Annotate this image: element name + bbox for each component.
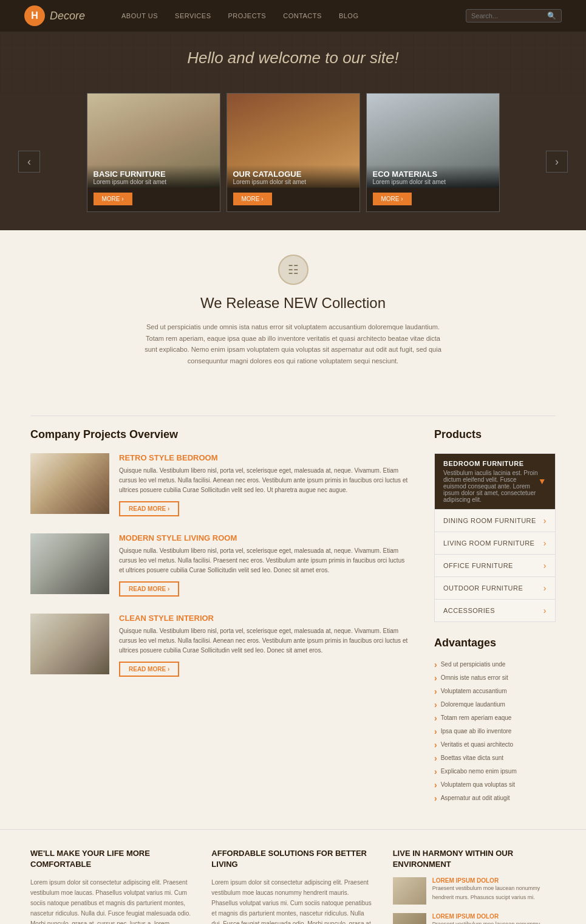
nav-contacts[interactable]: CONTACTS	[283, 12, 322, 19]
advantage-2: Voluptatem accusantium	[434, 685, 556, 698]
project-image-0	[30, 453, 109, 514]
live-link-1[interactable]: LOREM IPSUM DOLOR	[432, 913, 556, 920]
product-item-1[interactable]: DINING ROOM FURNITURE ›	[435, 510, 555, 532]
card-title-2: ECO MATERIALS	[373, 169, 493, 179]
bottom-section: WE'LL MAKE YOUR LIFE MORE COMFORTABLE Lo…	[0, 829, 586, 924]
project-info-2: CLEAN STYLE INTERIOR Quisque nulla. Vest…	[119, 614, 410, 677]
advantage-8: Explicabo nemo enim ipsum	[434, 765, 556, 778]
live-text-1: Praesent vestibulum moe laucean nonummy …	[432, 920, 556, 924]
search-icon: 🔍	[547, 12, 556, 20]
card-btn-2[interactable]: MORE ›	[373, 193, 412, 205]
advantage-4: Totam rem aperiam eaque	[434, 711, 556, 725]
live-link-0[interactable]: LOREM IPSUM DOLOR	[432, 877, 556, 884]
advantage-9: Voluptatem qua voluptas sit	[434, 778, 556, 792]
carousel-inner: BASIC FURNITURE Lorem ipsum dolor sit am…	[0, 93, 586, 212]
product-item-2[interactable]: LIVING ROOM FURNITURE ›	[435, 532, 555, 555]
product-desc-0: Vestibulum iaculis lacinia est. Proin di…	[443, 470, 538, 503]
nav-projects[interactable]: PROJECTS	[228, 12, 267, 19]
advantage-0: Sed ut perspiciatis unde	[434, 658, 556, 671]
product-arrow-3: ›	[543, 561, 547, 570]
project-category-1: MODERN STYLE LIVING ROOM	[119, 533, 410, 542]
read-more-btn-2[interactable]: READ MORE ›	[119, 662, 179, 677]
live-text-0: Praesent vestibulum moe laucean nonummy …	[432, 884, 556, 902]
card-desc-1: Lorem ipsum dolor sit amet	[233, 179, 353, 185]
bottom-col-3: LIVE IN HARMONY WITHIN OUR ENVIRONMENT L…	[393, 848, 556, 924]
bottom-col2-text: Lorem ipsum dolor sit consectetur adipis…	[211, 877, 374, 924]
bottom-col1-title: WE'LL MAKE YOUR LIFE MORE COMFORTABLE	[30, 848, 193, 870]
card-image-2: ECO MATERIALS Lorem ipsum dolor sit amet	[367, 94, 499, 188]
carousel-section: ‹ BASIC FURNITURE Lorem ipsum dolor sit …	[0, 93, 586, 230]
project-category-2: CLEAN STYLE INTERIOR	[119, 614, 410, 623]
project-image-1	[30, 533, 109, 594]
projects-title: Company Projects Overview	[30, 428, 410, 441]
main-content: Company Projects Overview RETRO STYLE BE…	[0, 391, 586, 829]
carousel-next[interactable]: ›	[546, 151, 568, 173]
advantage-5: Ipsa quae ab illo inventore	[434, 725, 556, 738]
product-label-3: OFFICE FURNITURE	[443, 562, 513, 569]
search-input[interactable]	[471, 12, 544, 19]
card-image-1: OUR CATALOGUE Lorem ipsum dolor sit amet	[227, 94, 359, 188]
card-title-0: BASIC FURNITURE	[94, 169, 214, 179]
product-item-0[interactable]: BEDROOM FURNITURE Vestibulum iaculis lac…	[435, 454, 555, 510]
advantages-title: Advantages	[434, 637, 556, 649]
advantage-7: Boettas vitae dicta sunt	[434, 751, 556, 765]
card-desc-2: Lorem ipsum dolor sit amet	[373, 179, 493, 185]
product-arrow-0: ▼	[538, 476, 547, 486]
read-more-btn-1[interactable]: READ MORE ›	[119, 581, 179, 597]
card-title-1: OUR CATALOGUE	[233, 169, 353, 179]
card-btn-0[interactable]: MORE ›	[94, 193, 132, 205]
product-label-5: ACCESSORIES	[443, 607, 495, 614]
bottom-col2-title: AFFORDABLE SOLUTIONS FOR BETTER LIVING	[211, 848, 374, 870]
logo[interactable]: H Decore	[24, 5, 85, 26]
projects-column: Company Projects Overview RETRO STYLE BE…	[30, 428, 410, 805]
product-list: BEDROOM FURNITURE Vestibulum iaculis lac…	[434, 453, 556, 622]
logo-icon: H	[24, 5, 45, 26]
card-btn-1[interactable]: MORE ›	[233, 193, 272, 205]
product-item-5[interactable]: ACCESSORIES ›	[435, 600, 555, 621]
search-wrap: 🔍	[466, 9, 562, 22]
logo-text: Decore	[50, 10, 85, 22]
card-image-0: BASIC FURNITURE Lorem ipsum dolor sit am…	[87, 94, 220, 188]
nav-about[interactable]: ABOUT US	[121, 12, 158, 19]
carousel-prev[interactable]: ‹	[18, 151, 40, 173]
product-item-4[interactable]: OUTDOOR FURNITURE ›	[435, 577, 555, 600]
project-image-2	[30, 614, 109, 674]
project-item-1: MODERN STYLE LIVING ROOM Quisque nulla. …	[30, 533, 410, 597]
new-collection-section: ☷ We Release NEW Collection Sed ut persp…	[0, 230, 586, 391]
product-arrow-4: ›	[543, 583, 547, 593]
live-info-1: LOREM IPSUM DOLOR Praesent vestibulum mo…	[432, 913, 556, 924]
product-item-3[interactable]: OFFICE FURNITURE ›	[435, 555, 555, 577]
content-grid: Company Projects Overview RETRO STYLE BE…	[30, 428, 556, 805]
advantages-list: Sed ut perspiciatis unde Omnis iste natu…	[434, 658, 556, 805]
carousel-card-1: OUR CATALOGUE Lorem ipsum dolor sit amet…	[227, 93, 360, 212]
hero-title: Hello and welcome to our site!	[24, 49, 562, 67]
project-text-2: Quisque nulla. Vestibulum libero nisl, p…	[119, 626, 410, 655]
product-arrow-2: ›	[543, 538, 547, 548]
project-info-0: RETRO STYLE BEDROOM Quisque nulla. Vesti…	[119, 453, 410, 516]
bottom-col3-title: LIVE IN HARMONY WITHIN OUR ENVIRONMENT	[393, 848, 556, 870]
live-info-0: LOREM IPSUM DOLOR Praesent vestibulum mo…	[432, 877, 556, 905]
project-category-0: RETRO STYLE BEDROOM	[119, 453, 410, 462]
header: H Decore ABOUT US SERVICES PROJECTS CONT…	[0, 0, 586, 32]
advantage-10: Aspernatur aut odit atiugit	[434, 792, 556, 805]
live-item-1: LOREM IPSUM DOLOR Praesent vestibulum mo…	[393, 913, 556, 924]
bottom-col1-text: Lorem ipsum dolor sit consectetur adipis…	[30, 877, 193, 924]
product-label-0: BEDROOM FURNITURE	[443, 460, 538, 467]
collection-title: We Release NEW Collection	[12, 295, 574, 312]
read-more-btn-0[interactable]: READ MORE ›	[119, 501, 179, 516]
project-text-1: Quisque nulla. Vestibulum libero nisl, p…	[119, 546, 410, 575]
product-arrow-5: ›	[543, 606, 547, 615]
main-nav: ABOUT US SERVICES PROJECTS CONTACTS BLOG	[121, 12, 466, 19]
advantage-6: Veritatis et quasi architecto	[434, 738, 556, 751]
bottom-col-1: WE'LL MAKE YOUR LIFE MORE COMFORTABLE Lo…	[30, 848, 193, 924]
live-item-0: LOREM IPSUM DOLOR Praesent vestibulum mo…	[393, 877, 556, 905]
nav-blog[interactable]: BLOG	[339, 12, 359, 19]
bottom-grid: WE'LL MAKE YOUR LIFE MORE COMFORTABLE Lo…	[30, 848, 556, 924]
sidebar-column: Products BEDROOM FURNITURE Vestibulum ia…	[434, 428, 556, 805]
product-label-4: OUTDOOR FURNITURE	[443, 584, 523, 592]
advantage-3: Doloremque laudantium	[434, 698, 556, 711]
card-desc-0: Lorem ipsum dolor sit amet	[94, 179, 214, 185]
nav-services[interactable]: SERVICES	[175, 12, 211, 19]
advantage-1: Omnis iste natus error sit	[434, 671, 556, 685]
card-overlay-1: OUR CATALOGUE Lorem ipsum dolor sit amet	[227, 165, 359, 188]
